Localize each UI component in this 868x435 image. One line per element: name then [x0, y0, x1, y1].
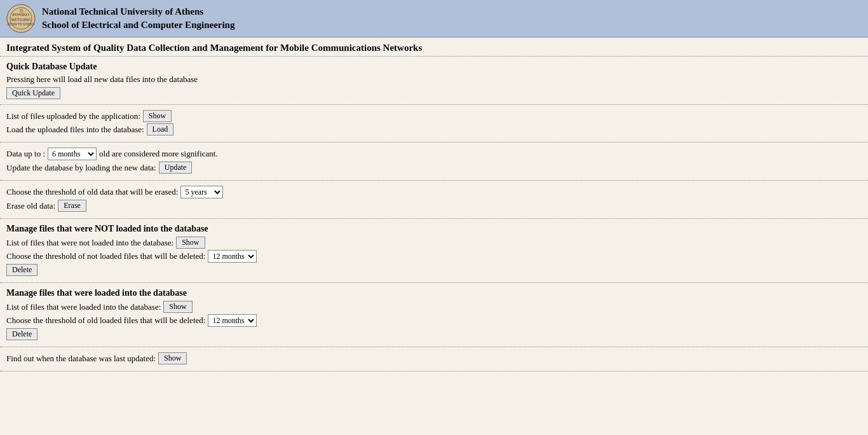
university-title: National Technical University of Athens …	[42, 5, 234, 32]
loaded-delete-row: Delete	[6, 328, 862, 340]
significance-suffix: old are considered more significant.	[99, 149, 218, 159]
svg-text:⚙: ⚙	[19, 8, 24, 14]
load-row: Load the uploaded files into the databas…	[6, 123, 862, 135]
university-logo: ΕΘΝΙΚΟ ΜΕΤΣΟΒΙΟ ΠΟΛΥΤΕΧΝΕΙΟ ⚙	[6, 4, 36, 33]
upload-label: List of files uploaded by the applicatio…	[6, 111, 140, 121]
significance-row: Data up to : 6 months 1 month 3 months 1…	[6, 148, 862, 160]
not-loaded-list-label: List of files that were not loaded into …	[6, 238, 173, 248]
loaded-threshold-label: Choose the threshold of old loaded files…	[6, 315, 205, 326]
not-loaded-threshold-label: Choose the threshold of not loaded files…	[6, 251, 205, 261]
quick-db-update-section: Quick Database Update Pressing here will…	[0, 57, 868, 105]
delete-not-loaded-button[interactable]: Delete	[6, 264, 37, 276]
loaded-files-title: Manage files that were loaded into the d…	[6, 288, 862, 298]
last-updated-row: Find out when the database was last upda…	[6, 352, 862, 364]
quick-db-update-title: Quick Database Update	[6, 62, 862, 72]
file-management-section: List of files uploaded by the applicatio…	[0, 105, 868, 142]
data-significance-section: Data up to : 6 months 1 month 3 months 1…	[0, 142, 868, 181]
significance-prefix: Data up to :	[6, 149, 45, 159]
delete-loaded-button[interactable]: Delete	[6, 328, 37, 340]
erase-threshold-dropdown[interactable]: 5 years 1 year 2 years 3 years 10 years	[180, 186, 223, 198]
header: ΕΘΝΙΚΟ ΜΕΤΣΟΒΙΟ ΠΟΛΥΤΕΧΝΕΙΟ ⚙ National T…	[0, 0, 868, 38]
loaded-list-row: List of files that were loaded into the …	[6, 301, 862, 313]
not-loaded-list-row: List of files that were not loaded into …	[6, 237, 862, 249]
quick-db-update-description: Pressing here will load all new data fil…	[6, 74, 862, 85]
load-label: Load the uploaded files into the databas…	[6, 125, 144, 135]
erase-button[interactable]: Erase	[58, 200, 86, 212]
not-loaded-files-section: Manage files that were NOT loaded into t…	[0, 219, 868, 283]
upload-row: List of files uploaded by the applicatio…	[6, 110, 862, 122]
erase-label: Erase old data:	[6, 201, 55, 211]
last-updated-section: Find out when the database was last upda…	[0, 347, 868, 371]
main-title: Integrated System of Quality Data Collec…	[0, 38, 868, 57]
not-loaded-threshold-dropdown[interactable]: 12 months 3 months 6 months 2 years	[208, 250, 257, 263]
update-row: Update the database by loading the new d…	[6, 162, 862, 174]
erase-old-section: Choose the threshold of old data that wi…	[0, 181, 868, 219]
show-not-loaded-button[interactable]: Show	[176, 237, 205, 249]
significance-dropdown[interactable]: 6 months 1 month 3 months 12 months 2 ye…	[48, 148, 97, 160]
load-button[interactable]: Load	[147, 123, 174, 135]
update-button[interactable]: Update	[159, 162, 193, 174]
svg-text:ΠΟΛΥΤΕΧΝΕΙΟ: ΠΟΛΥΤΕΧΝΕΙΟ	[8, 22, 35, 26]
last-updated-label: Find out when the database was last upda…	[6, 354, 156, 364]
not-loaded-files-title: Manage files that were NOT loaded into t…	[6, 224, 862, 234]
erase-threshold-label: Choose the threshold of old data that wi…	[6, 187, 178, 197]
show-last-updated-button[interactable]: Show	[158, 352, 187, 364]
loaded-threshold-dropdown[interactable]: 12 months 3 months 6 months 2 years	[208, 314, 257, 327]
loaded-files-section: Manage files that were loaded into the d…	[0, 283, 868, 347]
content-area: Quick Database Update Pressing here will…	[0, 57, 868, 371]
show-uploaded-button[interactable]: Show	[143, 110, 172, 122]
erase-threshold-row: Choose the threshold of old data that wi…	[6, 186, 862, 198]
not-loaded-threshold-row: Choose the threshold of not loaded files…	[6, 250, 862, 263]
quick-update-button[interactable]: Quick Update	[6, 87, 60, 99]
show-loaded-button[interactable]: Show	[163, 301, 192, 313]
loaded-list-label: List of files that were loaded into the …	[6, 302, 161, 312]
update-label: Update the database by loading the new d…	[6, 163, 156, 173]
svg-text:ΜΕΤΣΟΒΙΟ: ΜΕΤΣΟΒΙΟ	[11, 18, 31, 22]
not-loaded-delete-row: Delete	[6, 264, 862, 276]
erase-row: Erase old data: Erase	[6, 200, 862, 212]
loaded-threshold-row: Choose the threshold of old loaded files…	[6, 314, 862, 327]
